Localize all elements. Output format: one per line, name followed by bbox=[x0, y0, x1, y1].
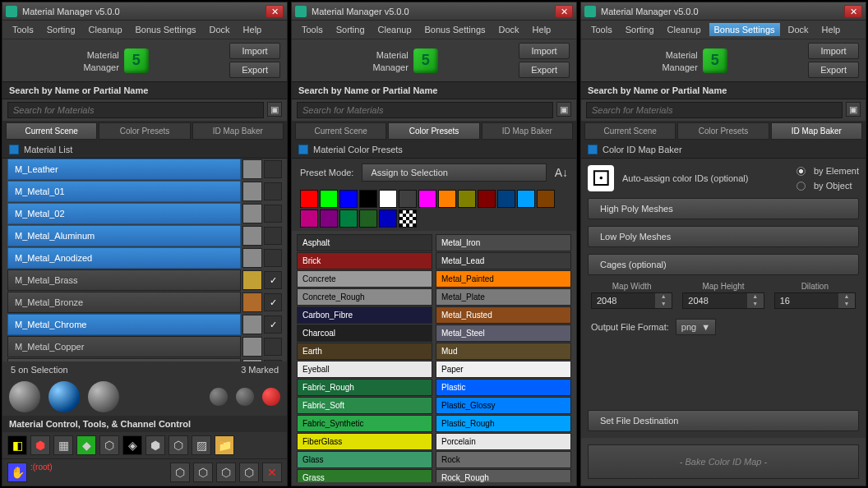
preset-item[interactable]: Mud bbox=[436, 343, 571, 360]
tool-icon[interactable]: ▨ bbox=[192, 435, 211, 455]
material-row[interactable]: M_Metal_Copper bbox=[7, 336, 282, 357]
preset-item[interactable]: Brick bbox=[297, 252, 432, 269]
preset-item[interactable]: Plastic_Glossy bbox=[436, 397, 571, 414]
material-list[interactable]: M_Leather M_Metal_01 M_Metal_02 M_Metal_… bbox=[2, 159, 287, 361]
output-format-dropdown[interactable]: png▼ bbox=[676, 319, 716, 335]
tool-icon[interactable]: ⬡ bbox=[169, 435, 188, 455]
material-name[interactable]: M_Metal_Chrome bbox=[7, 314, 241, 335]
material-name[interactable]: M_Metal_Anodized bbox=[7, 247, 241, 269]
low-poly-button[interactable]: Low Poly Meshes bbox=[588, 226, 859, 247]
preview-sphere[interactable] bbox=[88, 381, 119, 412]
material-row[interactable]: M_Leather bbox=[7, 159, 282, 180]
color-swatch[interactable] bbox=[418, 190, 436, 208]
menu-help[interactable]: Help bbox=[238, 23, 267, 36]
dilation-spinner[interactable]: 16▲▼ bbox=[774, 292, 856, 309]
menu-bonus[interactable]: Bonus Settings bbox=[709, 23, 780, 36]
material-checkbox[interactable] bbox=[264, 338, 282, 356]
menu-sorting[interactable]: Sorting bbox=[331, 23, 370, 36]
import-button[interactable]: Import bbox=[229, 43, 280, 59]
color-swatch[interactable] bbox=[359, 190, 377, 208]
close-button[interactable]: ✕ bbox=[555, 5, 573, 18]
color-swatch[interactable] bbox=[399, 209, 417, 228]
color-swatch[interactable] bbox=[379, 190, 397, 208]
by-element-radio[interactable] bbox=[796, 167, 806, 176]
menu-help[interactable]: Help bbox=[528, 23, 556, 36]
dice-icon[interactable] bbox=[588, 165, 614, 191]
search-clear-button[interactable]: ▣ bbox=[846, 102, 861, 117]
preset-item[interactable]: Fabric_Rough bbox=[297, 379, 432, 396]
preset-item[interactable]: Eyeball bbox=[297, 361, 432, 378]
color-swatch[interactable] bbox=[359, 209, 377, 228]
close-button[interactable]: ✕ bbox=[844, 5, 862, 18]
menu-dock[interactable]: Dock bbox=[494, 23, 524, 36]
preset-item[interactable]: Metal_Iron bbox=[436, 234, 571, 251]
sort-icon[interactable]: A↓ bbox=[555, 166, 568, 179]
preset-mode-dropdown[interactable]: Assign to Selection bbox=[362, 163, 546, 182]
hand-icon[interactable]: ✋ bbox=[7, 463, 27, 482]
tab-color-presets[interactable]: Color Presets bbox=[388, 122, 479, 140]
preset-item[interactable]: Metal_Painted bbox=[436, 270, 571, 288]
color-swatch[interactable] bbox=[438, 190, 456, 208]
material-name[interactable]: M_Metal_01 bbox=[7, 181, 241, 202]
color-swatch[interactable] bbox=[379, 209, 397, 228]
preset-item[interactable]: Rock bbox=[436, 451, 571, 468]
menu-sorting[interactable]: Sorting bbox=[42, 23, 81, 36]
material-checkbox[interactable] bbox=[264, 227, 282, 245]
material-row[interactable]: M_Metal_Chrome bbox=[7, 314, 282, 335]
menu-dock[interactable]: Dock bbox=[205, 23, 235, 36]
export-button[interactable]: Export bbox=[519, 62, 570, 78]
material-name[interactable]: M_Metal_02 bbox=[7, 203, 241, 224]
set-destination-button[interactable]: Set File Destination bbox=[588, 410, 859, 431]
material-name[interactable]: M_Leather bbox=[7, 159, 241, 180]
menu-dock[interactable]: Dock bbox=[783, 23, 814, 36]
color-swatch[interactable] bbox=[339, 190, 358, 208]
color-swatch[interactable] bbox=[517, 190, 535, 208]
material-checkbox[interactable] bbox=[264, 182, 282, 200]
tool-icon[interactable]: ⬡ bbox=[99, 435, 119, 455]
preset-item[interactable]: Concrete bbox=[297, 270, 432, 288]
tab-id-map-baker[interactable]: ID Map Baker bbox=[771, 122, 862, 140]
material-swatch[interactable] bbox=[242, 337, 262, 357]
material-swatch[interactable] bbox=[242, 270, 262, 290]
material-swatch[interactable] bbox=[242, 226, 262, 246]
tab-color-presets[interactable]: Color Presets bbox=[677, 122, 769, 140]
material-swatch[interactable] bbox=[242, 292, 262, 312]
search-input[interactable] bbox=[586, 102, 843, 118]
material-swatch[interactable] bbox=[242, 159, 262, 179]
search-input[interactable] bbox=[7, 102, 264, 118]
export-button[interactable]: Export bbox=[808, 62, 859, 78]
select-all-checkbox[interactable] bbox=[9, 145, 19, 154]
baker-checkbox[interactable] bbox=[588, 145, 598, 154]
preset-item[interactable]: Paper bbox=[436, 361, 571, 378]
titlebar[interactable]: Material Manager v5.0.0 ✕ bbox=[581, 2, 866, 21]
map-width-spinner[interactable]: 2048▲▼ bbox=[591, 292, 672, 309]
preset-item[interactable]: Carbon_Fibre bbox=[297, 306, 432, 324]
color-swatch[interactable] bbox=[537, 190, 555, 208]
color-swatch[interactable] bbox=[320, 190, 338, 208]
tool-icon[interactable]: ⬡ bbox=[170, 463, 190, 482]
tab-color-presets[interactable]: Color Presets bbox=[99, 122, 190, 140]
titlebar[interactable]: Material Manager v5.0.0 ✕ bbox=[2, 2, 287, 21]
search-clear-button[interactable]: ▣ bbox=[556, 102, 571, 117]
menu-help[interactable]: Help bbox=[817, 23, 846, 36]
close-button[interactable]: ✕ bbox=[265, 5, 284, 18]
node-icon[interactable]: ⬢ bbox=[30, 435, 50, 455]
material-row[interactable]: M_Metal_01 bbox=[7, 181, 282, 202]
material-swatch[interactable] bbox=[242, 204, 262, 223]
preset-item[interactable]: Metal_Steel bbox=[436, 325, 571, 342]
menu-bonus[interactable]: Bonus Settings bbox=[420, 23, 491, 36]
color-swatch[interactable] bbox=[458, 190, 476, 208]
preset-item[interactable]: FiberGlass bbox=[297, 433, 432, 450]
tab-current-scene[interactable]: Current Scene bbox=[584, 122, 676, 140]
tab-current-scene[interactable]: Current Scene bbox=[6, 122, 97, 140]
color-swatch[interactable] bbox=[339, 209, 358, 228]
preview-sphere[interactable] bbox=[9, 381, 40, 412]
tool-icon[interactable] bbox=[236, 388, 254, 406]
delete-icon[interactable] bbox=[262, 388, 280, 406]
presets-checkbox[interactable] bbox=[298, 145, 308, 154]
color-swatch[interactable] bbox=[399, 190, 417, 208]
material-row[interactable]: M_Metal_Anodized bbox=[7, 247, 282, 269]
folder-icon[interactable]: 📁 bbox=[215, 435, 234, 455]
preset-item[interactable]: Grass bbox=[297, 469, 432, 482]
export-button[interactable]: Export bbox=[229, 62, 280, 78]
